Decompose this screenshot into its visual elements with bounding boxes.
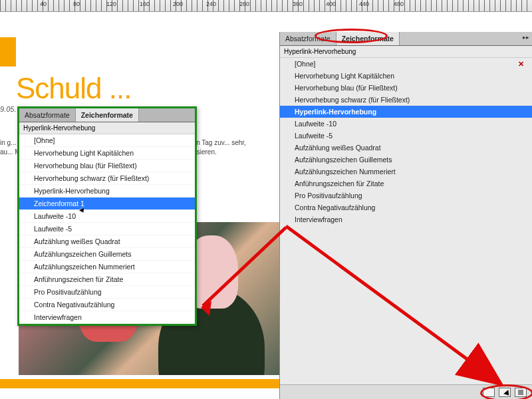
style-item[interactable]: Contra Negativaufzählung — [280, 201, 532, 213]
style-item[interactable]: Aufzählungszeichen Nummeriert — [19, 261, 195, 273]
tab-absatzformate[interactable]: Absatzformate — [280, 32, 336, 45]
style-item[interactable]: Hervorhebung Light Kapitälchen — [19, 147, 195, 160]
style-item[interactable]: Aufzählung weißes Quadrat — [280, 142, 532, 154]
style-item[interactable]: Pro Positivaufzählung — [19, 286, 195, 299]
style-item[interactable]: Interviewfragen — [19, 311, 195, 324]
panel-footer — [280, 384, 532, 399]
style-item[interactable]: Hervorhebung schwarz (für Fließtext) — [19, 172, 195, 185]
page-title[interactable]: Schuld ... — [16, 72, 131, 105]
style-item[interactable]: Hervorhebung Light Kapitälchen — [280, 70, 532, 82]
style-item[interactable]: [Ohne]✕ — [280, 58, 532, 70]
ruler-label: 440 — [359, 1, 369, 7]
horizontal-ruler: 4080120160200240280360400440480 — [0, 0, 532, 12]
accent-block — [0, 37, 16, 66]
style-item[interactable]: Laufweite -10 — [19, 210, 195, 223]
panel-menu-icon[interactable]: ▸▸ — [523, 34, 529, 41]
ruler-label: 280 — [239, 1, 249, 7]
ruler-label: 120 — [106, 1, 116, 7]
panel-tabs: Absatzformate Zeichenformate — [19, 108, 195, 122]
style-item[interactable]: Laufweite -10 — [280, 118, 532, 130]
ruler-label: 200 — [173, 1, 183, 7]
tab-zeichenformate[interactable]: Zeichenformate — [76, 108, 139, 122]
clear-override-icon[interactable]: ✕ — [518, 60, 528, 68]
style-item[interactable]: Zeichenformat 1 — [19, 198, 195, 210]
style-item[interactable]: Hyperlink-Hervorhebung — [280, 106, 532, 118]
panel-current-style: Hyperlink-Hervorhebung — [19, 122, 195, 134]
style-item[interactable]: Anführungszeichen für Zitate — [280, 178, 532, 190]
style-list: [Ohne]✕Hervorhebung Light KapitälchenHer… — [280, 58, 532, 384]
style-item[interactable]: Pro Positivaufzählung — [280, 190, 532, 201]
style-item[interactable]: Aufzählung weißes Quadrat — [19, 235, 195, 248]
ruler-ticks: 4080120160200240280360400440480 — [0, 0, 532, 11]
ruler-label: 480 — [394, 1, 404, 7]
style-item[interactable]: Hyperlink-Hervorhebung — [19, 185, 195, 198]
style-item[interactable]: Hervorhebung blau (für Fließtext) — [280, 82, 532, 94]
ruler-label: 160 — [140, 1, 150, 7]
style-item[interactable]: Hervorhebung schwarz (für Fließtext) — [280, 94, 532, 106]
style-item[interactable]: Hervorhebung blau (für Fließtext) — [19, 160, 195, 172]
ruler-label: 240 — [206, 1, 216, 7]
style-item[interactable]: Laufweite -5 — [280, 130, 532, 142]
style-item[interactable]: Aufzählungszeichen Guillemets — [19, 248, 195, 261]
trash-icon[interactable] — [515, 388, 527, 397]
style-item[interactable]: Aufzählungszeichen Nummeriert — [280, 166, 532, 178]
style-list: [Ohne]Hervorhebung Light KapitälchenHerv… — [19, 134, 195, 324]
ruler-label: 400 — [326, 1, 336, 7]
style-item[interactable]: Laufweite -5 — [19, 223, 195, 235]
style-item[interactable]: Contra Negativaufzählung — [19, 299, 195, 311]
tab-absatzformate[interactable]: Absatzformate — [19, 108, 76, 122]
style-item[interactable]: Anführungszeichen für Zitate — [19, 273, 195, 286]
panel-current-style: Hyperlink-Hervorhebung — [280, 46, 532, 58]
ruler-label: 360 — [293, 1, 303, 7]
new-folder-icon[interactable] — [483, 388, 495, 397]
character-styles-floating-panel[interactable]: Absatzformate Zeichenformate Hyperlink-H… — [17, 106, 197, 326]
ruler-label: 40 — [40, 1, 47, 7]
ruler-label: 80 — [73, 1, 80, 7]
panel-tabs: Absatzformate Zeichenformate ▸▸ — [280, 32, 532, 46]
style-item[interactable]: Interviewfragen — [280, 213, 532, 225]
style-item[interactable]: [Ohne] — [19, 134, 195, 147]
tab-zeichenformate[interactable]: Zeichenformate — [336, 32, 400, 45]
style-item[interactable]: Aufzählungszeichen Guillemets — [280, 154, 532, 166]
character-styles-docked-panel[interactable]: Absatzformate Zeichenformate ▸▸ Hyperlin… — [279, 32, 532, 399]
